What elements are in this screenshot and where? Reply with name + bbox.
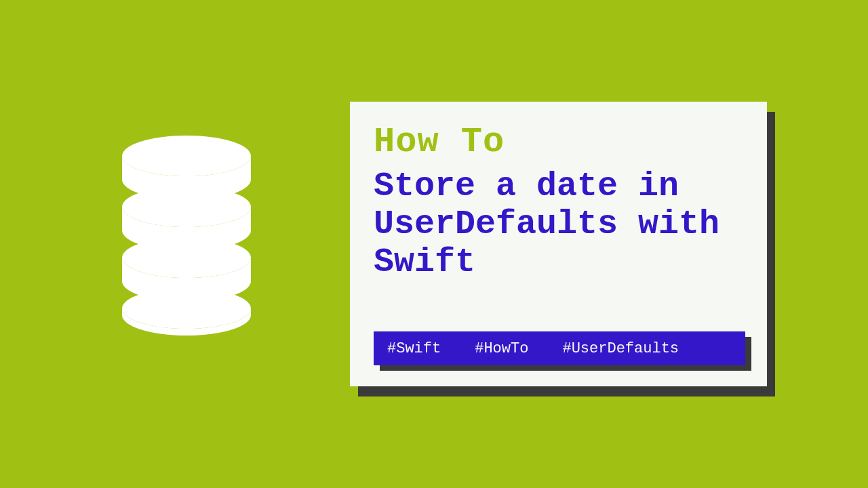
tags-bar: #Swift #HowTo #UserDefaults	[374, 331, 745, 365]
svg-point-0	[122, 136, 251, 176]
tag-swift: #Swift	[387, 340, 441, 357]
svg-point-3	[122, 288, 251, 329]
how-to-label: How To	[374, 122, 743, 162]
tag-howto: #HowTo	[475, 340, 528, 357]
tag-userdefaults: #UserDefaults	[562, 340, 679, 357]
svg-point-2	[122, 237, 251, 278]
svg-point-1	[122, 186, 251, 227]
card-title: Store a date in UserDefaults with Swift	[374, 167, 743, 281]
database-icon	[119, 136, 254, 336]
